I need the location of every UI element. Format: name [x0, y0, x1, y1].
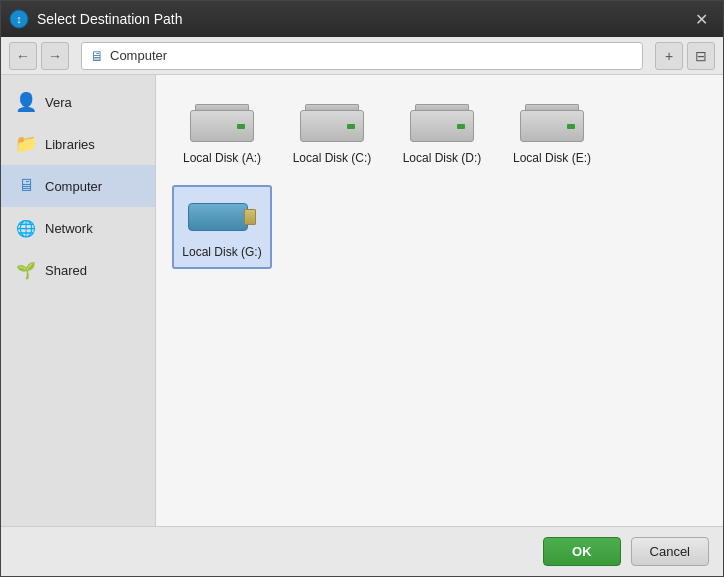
disk-grid: Local Disk (A:) Local Disk (C:) [172, 91, 707, 269]
dialog-title: Select Destination Path [37, 11, 687, 27]
view-toggle-button[interactable]: ⊟ [687, 42, 715, 70]
disk-label-d: Local Disk (D:) [403, 151, 482, 165]
disk-label-e: Local Disk (E:) [513, 151, 591, 165]
disk-item-c[interactable]: Local Disk (C:) [282, 91, 382, 175]
location-text: Computer [110, 48, 167, 63]
disk-item-g[interactable]: Local Disk (G:) [172, 185, 272, 269]
sidebar-item-computer[interactable]: 🖥 Computer [1, 165, 155, 207]
sidebar-label-libraries: Libraries [45, 137, 95, 152]
disk-icon-g [188, 195, 256, 239]
disk-icon-a [188, 101, 256, 145]
main-pane: Local Disk (A:) Local Disk (C:) [156, 75, 723, 526]
back-button[interactable]: ← [9, 42, 37, 70]
app-icon: ↕ [9, 9, 29, 29]
sidebar-item-network[interactable]: 🌐 Network [1, 207, 155, 249]
computer-icon: 🖥 [15, 175, 37, 197]
disk-item-d[interactable]: Local Disk (D:) [392, 91, 492, 175]
cancel-button[interactable]: Cancel [631, 537, 709, 566]
disk-label-c: Local Disk (C:) [293, 151, 372, 165]
disk-icon-c [298, 101, 366, 145]
network-icon: 🌐 [15, 217, 37, 239]
footer: OK Cancel [1, 526, 723, 576]
location-icon: 🖥 [90, 48, 104, 64]
sidebar-label-network: Network [45, 221, 93, 236]
ok-button[interactable]: OK [543, 537, 621, 566]
disk-item-a[interactable]: Local Disk (A:) [172, 91, 272, 175]
sidebar-label-vera: Vera [45, 95, 72, 110]
sidebar: 👤 Vera 📁 Libraries 🖥 Computer 🌐 [1, 75, 156, 526]
sidebar-item-shared[interactable]: 🌱 Shared [1, 249, 155, 291]
svg-text:↕: ↕ [16, 13, 22, 25]
share-icon: 🌱 [15, 259, 37, 281]
disk-icon-d [408, 101, 476, 145]
close-button[interactable]: ✕ [687, 5, 715, 33]
disk-icon-e [518, 101, 586, 145]
disk-label-g: Local Disk (G:) [182, 245, 261, 259]
content-area: 👤 Vera 📁 Libraries 🖥 Computer 🌐 [1, 75, 723, 526]
sidebar-label-computer: Computer [45, 179, 102, 194]
new-folder-button[interactable]: + [655, 42, 683, 70]
disk-item-e[interactable]: Local Disk (E:) [502, 91, 602, 175]
disk-label-a: Local Disk (A:) [183, 151, 261, 165]
dialog: ↕ Select Destination Path ✕ ← → 🖥 Comput… [0, 0, 724, 577]
location-bar: 🖥 Computer [81, 42, 643, 70]
toolbar: ← → 🖥 Computer + ⊟ [1, 37, 723, 75]
library-icon: 📁 [15, 133, 37, 155]
sidebar-label-shared: Shared [45, 263, 87, 278]
title-bar: ↕ Select Destination Path ✕ [1, 1, 723, 37]
sidebar-item-libraries[interactable]: 📁 Libraries [1, 123, 155, 165]
sidebar-item-vera[interactable]: 👤 Vera [1, 81, 155, 123]
toolbar-right: + ⊟ [655, 42, 715, 70]
person-icon: 👤 [15, 91, 37, 113]
forward-button[interactable]: → [41, 42, 69, 70]
